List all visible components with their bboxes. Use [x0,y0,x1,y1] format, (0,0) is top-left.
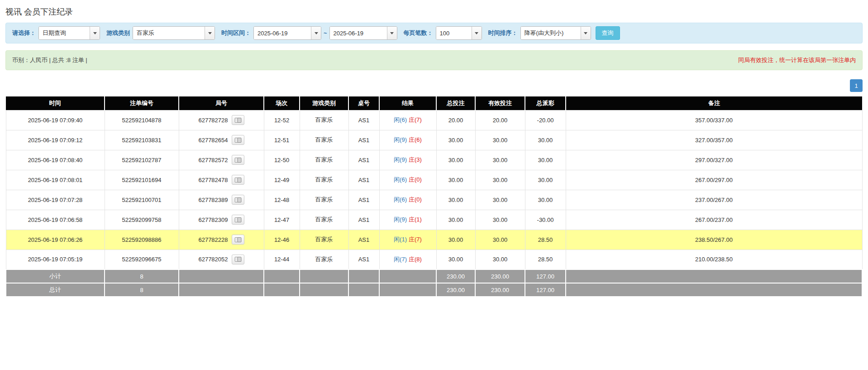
cell-table-no: AS1 [348,130,379,150]
table-row: 2025-06-19 07:07:28 522592100701 6277823… [6,190,862,210]
total-empty-cell [348,283,379,297]
table-row: 2025-06-19 07:08:01 522592101694 6277824… [6,170,862,190]
result-player: 闲(9) [394,156,407,163]
header-valid-bet: 有效投注 [475,96,525,110]
chevron-down-icon[interactable] [90,27,100,39]
table-row: 2025-06-19 07:09:40 522592104878 6277827… [6,110,862,130]
total-row: 总计 8 230.00 230.00 127.00 [6,283,862,297]
subtotal-total-bet: 230.00 [436,269,475,283]
cell-result: 闲(6)庄(0) [379,190,436,210]
cell-total-bet[interactable]: 30.00 [436,230,475,250]
cell-bet-id: 522592103831 [105,130,179,150]
page-size-dropdown[interactable]: 100 [436,26,482,40]
cell-game-type: 百家乐 [300,190,348,210]
valid-bet-notice: 同局有效投注，统一计算在该局第一张注单内 [738,56,856,64]
cell-payout: 30.00 [525,190,566,210]
cell-total-bet[interactable]: 30.00 [436,170,475,190]
cell-round-id: 627782654 [179,130,264,150]
result-banker: 庄(7) [409,236,422,243]
round-id-text: 627782389 [198,197,228,203]
cell-total-bet[interactable]: 30.00 [436,190,475,210]
date-from-picker[interactable]: 2025-06-19 [253,26,321,40]
table-row: 2025-06-19 07:05:19 522592096675 6277820… [6,250,862,269]
cell-result: 闲(1)庄(7) [379,230,436,250]
table-header: 时间 注单编号 局号 场次 游戏类别 桌号 结果 总投注 有效投注 总派彩 备注 [6,96,862,110]
chevron-down-icon[interactable] [387,27,397,39]
cell-total-bet[interactable]: 20.00 [436,110,475,130]
cell-session: 12-47 [264,210,300,230]
sort-value: 降幂(由大到小) [521,27,581,39]
cell-payout: 30.00 [525,130,566,150]
cards-icon [234,197,242,203]
cell-bet-id: 522592099758 [105,210,179,230]
table-row: 2025-06-19 07:06:58 522592099758 6277823… [6,210,862,230]
subtotal-empty-cell [348,269,379,283]
cell-bet-id: 522592104878 [105,110,179,130]
game-type-dropdown[interactable]: 百家乐 [133,26,215,40]
time-range-label: 时间区间： [221,29,251,37]
cell-payout: 30.00 [525,150,566,170]
result-banker: 庄(0) [409,196,422,203]
chevron-down-icon[interactable] [472,27,482,39]
cell-total-bet[interactable]: 30.00 [436,130,475,150]
view-cards-button[interactable] [232,155,244,165]
total-valid-bet: 230.00 [475,283,525,297]
view-cards-button[interactable] [232,115,244,125]
cell-valid-bet: 30.00 [475,170,525,190]
total-label: 总计 [6,283,105,297]
cell-result: 闲(9)庄(3) [379,150,436,170]
view-cards-button[interactable] [232,235,244,245]
records-table: 时间 注单编号 局号 场次 游戏类别 桌号 结果 总投注 有效投注 总派彩 备注… [5,96,863,297]
query-type-dropdown[interactable]: 日期查询 [38,26,100,40]
cell-valid-bet: 30.00 [475,130,525,150]
cards-icon [234,256,242,262]
view-cards-button[interactable] [232,255,244,264]
cell-time: 2025-06-19 07:07:28 [6,190,105,210]
total-empty-cell [566,283,862,297]
cell-result: 闲(6)庄(7) [379,110,436,130]
view-cards-button[interactable] [232,135,244,145]
cell-remark: 238.50/267.00 [566,230,862,250]
cell-total-bet[interactable]: 30.00 [436,250,475,269]
cell-time: 2025-06-19 07:06:26 [6,230,105,250]
cards-icon [234,157,242,163]
cell-result: 闲(6)庄(0) [379,170,436,190]
chevron-down-icon[interactable] [205,27,215,39]
cell-time: 2025-06-19 07:08:01 [6,170,105,190]
subtotal-empty-cell [379,269,436,283]
cell-time: 2025-06-19 07:09:40 [6,110,105,130]
cell-total-bet[interactable]: 30.00 [436,150,475,170]
total-empty-cell [379,283,436,297]
header-bet-id: 注单编号 [105,96,179,110]
view-cards-button[interactable] [232,175,244,185]
cell-remark: 327.00/357.00 [566,130,862,150]
cell-result: 闲(9)庄(6) [379,130,436,150]
cell-remark: 267.00/237.00 [566,210,862,230]
chevron-down-icon[interactable] [311,27,321,39]
cell-game-type: 百家乐 [300,150,348,170]
date-to-picker[interactable]: 2025-06-19 [329,26,397,40]
cell-total-bet[interactable]: 30.00 [436,210,475,230]
view-cards-button[interactable] [232,195,244,205]
subtotal-empty-cell [566,269,862,283]
cell-time: 2025-06-19 07:06:58 [6,210,105,230]
subtotal-empty-cell [179,269,264,283]
result-banker: 庄(1) [409,216,422,223]
chevron-down-icon[interactable] [581,27,591,39]
table-row: 2025-06-19 07:09:12 522592103831 6277826… [6,130,862,150]
total-empty-cell [179,283,264,297]
subtotal-row: 小计 8 230.00 230.00 127.00 [6,269,862,283]
round-id-text: 627782309 [198,216,228,223]
header-time: 时间 [6,96,105,110]
sort-dropdown[interactable]: 降幂(由大到小) [520,26,591,40]
result-player: 闲(6) [394,116,407,123]
result-player: 闲(9) [394,136,407,143]
search-button[interactable]: 查询 [596,26,620,40]
cell-table-no: AS1 [348,150,379,170]
view-cards-button[interactable] [232,215,244,225]
cards-icon [234,217,242,223]
page-container: 视讯 会员下注纪录 请选择： 日期查询 游戏类别 百家乐 时间区间： 2025-… [0,0,868,300]
page-1-button[interactable]: 1 [850,79,863,92]
header-result: 结果 [379,96,436,110]
result-banker: 庄(8) [409,256,422,263]
